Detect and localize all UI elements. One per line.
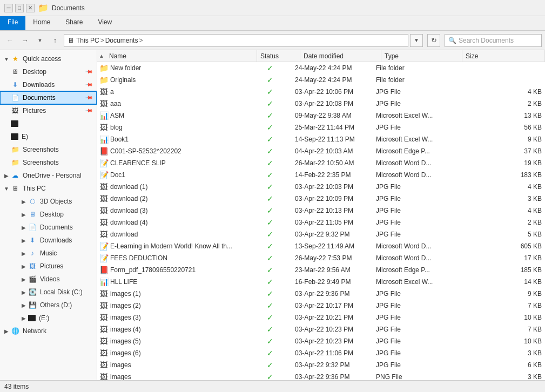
table-row[interactable]: 📝 Doc1 ✓ 14-Feb-22 2:35 PM Microsoft Wor… [97, 169, 545, 181]
tab-share[interactable]: Share [58, 16, 90, 30]
quick-access-expand-icon[interactable]: ▼ [2, 56, 11, 62]
sidebar-item-documents-pc[interactable]: ▶ 📄 Documents [0, 221, 97, 234]
address-sep-2: > [139, 37, 143, 44]
tab-file[interactable]: File [0, 16, 25, 30]
title-bar-maximize[interactable]: □ [15, 4, 24, 12]
sidebar-item-downloads-pc[interactable]: ▶ ⬇ Downloads [0, 234, 97, 247]
sidebar-item-others-d[interactable]: ▶ 💾 Others (D:) [0, 299, 97, 312]
music-expand-icon[interactable]: ▶ [19, 251, 28, 256]
file-status-cell: ✓ [248, 254, 292, 262]
table-row[interactable]: 🖼 images (3) ✓ 03-Apr-22 10:21 PM JPG Fi… [97, 312, 545, 323]
file-date-cell: 26-May-22 7:53 PM [292, 254, 373, 262]
ribbon-tabs: File Home Share View [0, 16, 545, 30]
address-chevron[interactable]: ▼ [410, 34, 423, 47]
downloads-pc-expand-icon[interactable]: ▶ [19, 238, 28, 244]
black-folder-icon [11, 120, 18, 127]
table-row[interactable]: 🖼 images ✓ 03-Apr-22 9:36 PM PNG File 3 … [97, 371, 545, 380]
tab-view[interactable]: View [90, 16, 119, 30]
table-row[interactable]: 🖼 images (1) ✓ 03-Apr-22 9:36 PM JPG Fil… [97, 288, 545, 300]
onedrive-expand-icon[interactable]: ▶ [2, 173, 11, 179]
col-header-type[interactable]: Type [381, 50, 462, 62]
table-row[interactable]: 🖼 download (2) ✓ 03-Apr-22 10:09 PM JPG … [97, 193, 545, 205]
sidebar-item-desktop[interactable]: 🖥 Desktop 📌 [0, 65, 97, 78]
col-header-name[interactable]: Name [106, 50, 257, 62]
sidebar-group-thispc[interactable]: ▼ 🖥 This PC [0, 182, 97, 195]
sidebar-item-desktop-pc[interactable]: ▶ 🖥 Desktop [0, 208, 97, 221]
sidebar-item-music[interactable]: ▶ ♪ Music [0, 247, 97, 260]
table-row[interactable]: 🖼 images (6) ✓ 03-Apr-22 11:06 PM JPG Fi… [97, 347, 545, 359]
sidebar-item-3d-objects[interactable]: ▶ ⬡ 3D Objects [0, 195, 97, 208]
sidebar-item-e-drive1[interactable]: E) [0, 130, 97, 143]
file-list-container: ▲ Name Status Date modified Type Size 📁 … [97, 50, 545, 380]
address-part-documents[interactable]: Documents [105, 37, 138, 44]
up-button[interactable]: ↑ [49, 34, 62, 47]
table-row[interactable]: 📁 New folder ✓ 24-May-22 4:24 PM File fo… [97, 62, 545, 74]
refresh-button[interactable]: ↻ [427, 34, 440, 47]
sidebar-group-quick-access[interactable]: ▼ ★ Quick access [0, 52, 97, 65]
sidebar-item-local-disk-c[interactable]: ▶ 💽 Local Disk (C:) [0, 286, 97, 299]
sidebar-item-pictures-pc[interactable]: ▶ 🖼 Pictures [0, 260, 97, 273]
local-disk-c-expand-icon[interactable]: ▶ [19, 289, 28, 295]
back-button[interactable]: ← [3, 34, 16, 47]
sidebar-item-screenshots1[interactable]: 📁 Screenshots [0, 143, 97, 156]
e-drive2-expand-icon[interactable]: ▶ [19, 315, 28, 321]
screenshots2-icon: 📁 [11, 158, 19, 167]
table-row[interactable]: 📝 E-Learning in Modern World! Know All t… [97, 240, 545, 252]
address-box[interactable]: 🖥 This PC > Documents > [64, 34, 408, 47]
search-box[interactable]: 🔍 Search Documents [445, 34, 542, 47]
thispc-expand-icon[interactable]: ▼ [2, 186, 11, 192]
table-row[interactable]: 🖼 download (3) ✓ 03-Apr-22 10:13 PM JPG … [97, 205, 545, 217]
file-name-text: Form_pdf_178096550220721 [110, 266, 196, 274]
table-row[interactable]: 🖼 download (1) ✓ 03-Apr-22 10:03 PM JPG … [97, 181, 545, 193]
others-d-expand-icon[interactable]: ▶ [19, 302, 28, 308]
col-header-date[interactable]: Date modified [300, 50, 381, 62]
title-bar-close[interactable]: ✕ [26, 4, 35, 12]
sidebar-item-e-drive2[interactable]: ▶ (E:) [0, 312, 97, 325]
3d-objects-expand-icon[interactable]: ▶ [19, 199, 28, 205]
file-name-text: download [110, 231, 138, 238]
sidebar-item-downloads[interactable]: ⬇ Downloads 📌 [0, 78, 97, 91]
status-check-icon: ✓ [267, 337, 273, 346]
col-header-status[interactable]: Status [257, 50, 300, 62]
table-row[interactable]: 🖼 images (2) ✓ 03-Apr-22 10:17 PM JPG Fi… [97, 300, 545, 312]
sidebar-item-documents[interactable]: 📄 Documents 📌 [0, 91, 97, 104]
table-row[interactable]: 🖼 a ✓ 03-Apr-22 10:06 PM JPG File 4 KB [97, 86, 545, 98]
sidebar-item-pictures[interactable]: 🖼 Pictures 📌 [0, 104, 97, 117]
status-check-icon: ✓ [267, 87, 273, 96]
table-row[interactable]: 🖼 images ✓ 03-Apr-22 9:32 PM JPG File 6 … [97, 359, 545, 371]
network-expand-icon[interactable]: ▶ [2, 328, 11, 334]
documents-pc-expand-icon[interactable]: ▶ [19, 225, 28, 231]
table-row[interactable]: 📁 Originals ✓ 24-May-22 4:24 PM File fol… [97, 74, 545, 86]
file-name-text: download (4) [110, 219, 147, 226]
address-part-thispc[interactable]: This PC [76, 37, 99, 44]
title-bar-minimize[interactable]: ─ [4, 4, 13, 12]
pictures-pc-expand-icon[interactable]: ▶ [19, 263, 28, 269]
table-row[interactable]: 🖼 images (4) ✓ 03-Apr-22 10:23 PM JPG Fi… [97, 323, 545, 335]
forward-button[interactable]: → [18, 34, 31, 47]
table-row[interactable]: 🖼 download (4) ✓ 03-Apr-22 11:05 PM JPG … [97, 217, 545, 228]
recent-locations-button[interactable]: ▼ [33, 34, 46, 47]
tab-home[interactable]: Home [25, 16, 58, 30]
desktop-pc-expand-icon[interactable]: ▶ [19, 212, 28, 218]
table-row[interactable]: 🖼 images (5) ✓ 03-Apr-22 10:23 PM JPG Fi… [97, 335, 545, 347]
table-row[interactable]: 📕 Form_pdf_178096550220721 ✓ 23-Mar-22 9… [97, 264, 545, 276]
sidebar-item-black-folder[interactable] [0, 117, 97, 130]
table-row[interactable]: 🖼 download ✓ 03-Apr-22 9:32 PM JPG File … [97, 228, 545, 240]
table-row[interactable]: 📝 FEES DEDUCTION ✓ 26-May-22 7:53 PM Mic… [97, 252, 545, 264]
table-row[interactable]: 🖼 aaa ✓ 03-Apr-22 10:08 PM JPG File 2 KB [97, 98, 545, 110]
file-name-cell: 🖼 download (2) [97, 194, 248, 203]
file-name-cell: 🖼 a [97, 87, 248, 96]
table-row[interactable]: 📝 CLEARENCE SLIP ✓ 26-Mar-22 10:50 AM Mi… [97, 157, 545, 169]
file-name-cell: 📕 Form_pdf_178096550220721 [97, 266, 248, 274]
sidebar-group-network[interactable]: ▶ 🌐 Network [0, 325, 97, 337]
table-row[interactable]: 🖼 blog ✓ 25-Mar-22 11:44 PM JPG File 56 … [97, 121, 545, 133]
videos-expand-icon[interactable]: ▶ [19, 276, 28, 282]
col-header-size[interactable]: Size [462, 50, 545, 62]
table-row[interactable]: 📊 ASM ✓ 09-May-22 9:38 AM Microsoft Exce… [97, 110, 545, 121]
table-row[interactable]: 📊 Book1 ✓ 14-Sep-22 11:13 PM Microsoft E… [97, 133, 545, 145]
table-row[interactable]: 📊 HLL LIFE ✓ 16-Feb-22 9:49 PM Microsoft… [97, 276, 545, 288]
sidebar-group-onedrive[interactable]: ▶ ☁ OneDrive - Personal [0, 169, 97, 182]
sidebar-item-videos[interactable]: ▶ 🎬 Videos [0, 273, 97, 286]
sidebar-item-screenshots2[interactable]: 📁 Screenshots [0, 156, 97, 169]
table-row[interactable]: 📕 C001-SP-52532^202202 ✓ 04-Apr-22 10:03… [97, 145, 545, 157]
